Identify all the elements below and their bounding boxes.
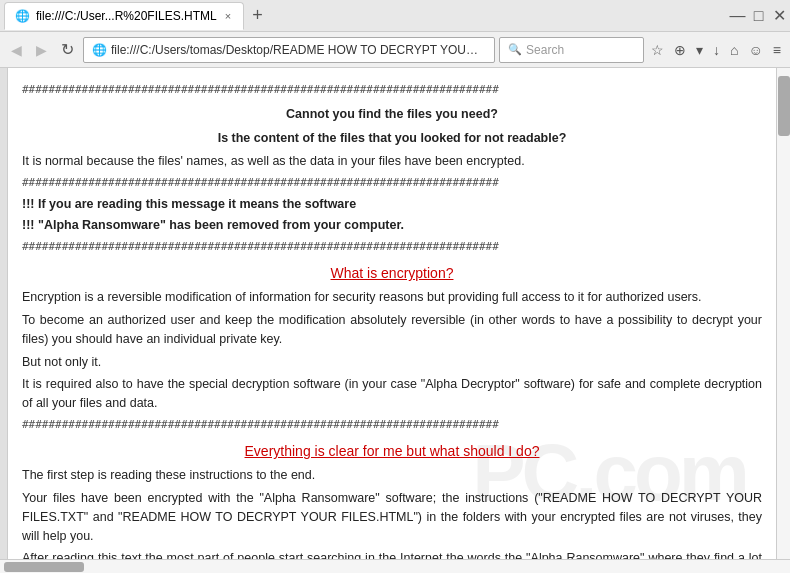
normal-text-1: It is normal because the files' names, a… [22, 152, 762, 171]
separator-1: ########################################… [22, 82, 762, 99]
browser-content: PC.com #################################… [0, 68, 790, 559]
nav-bar: ◀ ▶ ↻ 🌐 file:///C:/Users/tomas/Desktop/R… [0, 32, 790, 68]
menu-icon[interactable]: ≡ [770, 40, 784, 60]
section2-p3: After reading this text the most part of… [22, 549, 762, 559]
download-icon[interactable]: ↓ [710, 40, 723, 60]
heading-line1: Cannot you find the files you need? [22, 105, 762, 124]
content-inner: ########################################… [22, 82, 762, 559]
bold-text-1: !!! If you are reading this message it m… [22, 195, 762, 214]
separator-2: ########################################… [22, 175, 762, 192]
tab-label: file:///C:/User...R%20FILES.HTML [36, 9, 217, 23]
favicon-icon: 🌐 [15, 9, 30, 23]
bookmark-icon[interactable]: ☆ [648, 40, 667, 60]
address-text: file:///C:/Users/tomas/Desktop/README HO… [111, 43, 486, 57]
separator-4: ########################################… [22, 417, 762, 434]
account-icon[interactable]: ☺ [746, 40, 766, 60]
left-border [0, 68, 8, 559]
nav-icons: ☆ ⊕ ▾ ↓ ⌂ ☺ ≡ [648, 40, 784, 60]
section2-p2: Your files have been encrypted with the … [22, 489, 762, 545]
page-content: PC.com #################################… [8, 68, 776, 559]
title-bar: 🌐 file:///C:/User...R%20FILES.HTML × + —… [0, 0, 790, 32]
horizontal-scrollbar[interactable] [0, 559, 790, 573]
search-bar[interactable]: 🔍 Search [499, 37, 644, 63]
h-scroll-thumb[interactable] [4, 562, 84, 572]
vertical-scrollbar[interactable] [776, 68, 790, 559]
close-window-button[interactable]: ✕ [773, 9, 786, 22]
forward-button[interactable]: ▶ [31, 38, 52, 62]
section2-p1: The first step is reading these instruct… [22, 466, 762, 485]
search-placeholder-text: Search [526, 43, 564, 57]
section1-p3: But not only it. [22, 353, 762, 372]
reload-button[interactable]: ↻ [56, 36, 79, 63]
home-icon[interactable]: ⌂ [727, 40, 741, 60]
title-bar-left: 🌐 file:///C:/User...R%20FILES.HTML × + [4, 2, 731, 30]
minimize-button[interactable]: — [731, 9, 744, 22]
window-controls: — □ ✕ [731, 9, 786, 22]
address-bar[interactable]: 🌐 file:///C:/Users/tomas/Desktop/README … [83, 37, 495, 63]
scroll-thumb[interactable] [778, 76, 790, 136]
section1-p4: It is required also to have the special … [22, 375, 762, 413]
browser-tab[interactable]: 🌐 file:///C:/User...R%20FILES.HTML × [4, 2, 244, 30]
address-icon: 🌐 [92, 43, 107, 57]
section1-p1: Encryption is a reversible modification … [22, 288, 762, 307]
section1-p2: To become an authorized user and keep th… [22, 311, 762, 349]
profile-icon[interactable]: ⊕ [671, 40, 689, 60]
shield-icon[interactable]: ▾ [693, 40, 706, 60]
bold-text-2: !!! "Alpha Ransomware" has been removed … [22, 216, 762, 235]
back-button[interactable]: ◀ [6, 38, 27, 62]
section2-heading: Everything is clear for me but what shou… [22, 441, 762, 462]
search-icon: 🔍 [508, 43, 522, 56]
heading-line2: Is the content of the files that you loo… [22, 129, 762, 148]
new-tab-button[interactable]: + [246, 5, 269, 26]
section1-heading: What is encryption? [22, 263, 762, 284]
maximize-button[interactable]: □ [752, 9, 765, 22]
separator-3: ########################################… [22, 239, 762, 256]
tab-close-icon[interactable]: × [223, 10, 233, 22]
